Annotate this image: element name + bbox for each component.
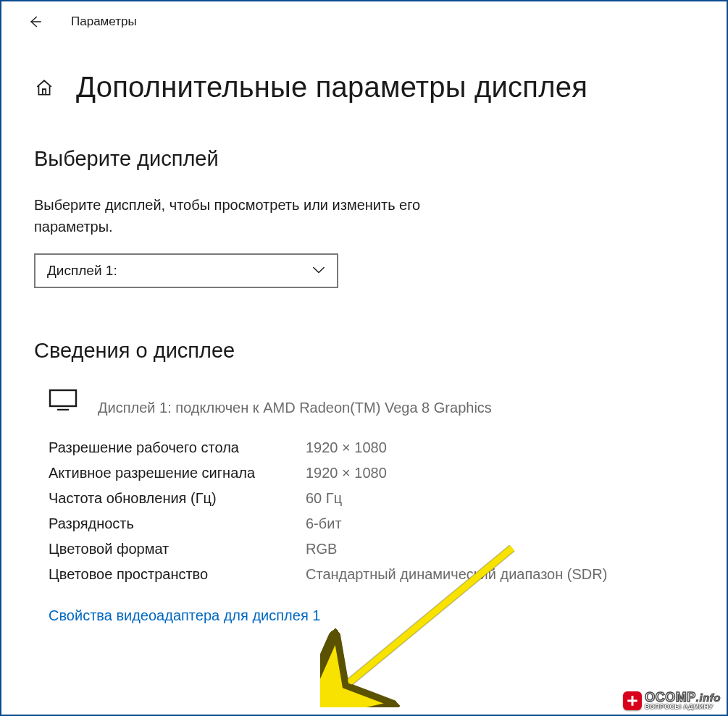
svg-rect-1 <box>50 390 76 406</box>
chevron-down-icon <box>312 264 325 277</box>
display-info-heading: Сведения о дисплее <box>34 339 694 363</box>
display-dropdown[interactable]: Дисплей 1: <box>34 253 338 288</box>
info-label: Разрешение рабочего стола <box>49 439 306 456</box>
watermark: OCOMP.info ВОПРОСЫ АДМИНУ <box>623 691 721 710</box>
select-display-heading: Выберите дисплей <box>34 147 694 171</box>
app-name: Параметры <box>71 14 137 29</box>
info-label: Цветовое пространство <box>49 566 306 583</box>
info-label: Цветовой формат <box>49 541 306 557</box>
info-value: RGB <box>306 541 694 557</box>
adapter-properties-link[interactable]: Свойства видеоадаптера для дисплея 1 <box>49 607 320 624</box>
home-icon[interactable] <box>34 77 54 98</box>
back-button[interactable] <box>28 14 42 29</box>
display-info-table: Разрешение рабочего стола 1920 × 1080 Ак… <box>49 439 694 583</box>
info-value: 1920 × 1080 <box>306 439 694 456</box>
info-label: Разрядность <box>49 515 306 532</box>
info-value: 1920 × 1080 <box>306 465 694 481</box>
page-title: Дополнительные параметры дисплея <box>76 71 587 104</box>
info-value: 6-бит <box>306 515 694 532</box>
info-label: Активное разрешение сигнала <box>49 465 306 481</box>
select-display-description: Выберите дисплей, чтобы просмотреть или … <box>34 194 440 237</box>
monitor-icon <box>49 389 78 416</box>
info-label: Частота обновления (Гц) <box>49 490 306 507</box>
info-value: Стандартный динамический диапазон (SDR) <box>306 566 694 583</box>
display-connected-text: Дисплей 1: подключен к AMD Radeon(TM) Ve… <box>98 400 492 416</box>
display-dropdown-value: Дисплей 1: <box>47 263 117 279</box>
info-value: 60 Гц <box>306 490 694 507</box>
